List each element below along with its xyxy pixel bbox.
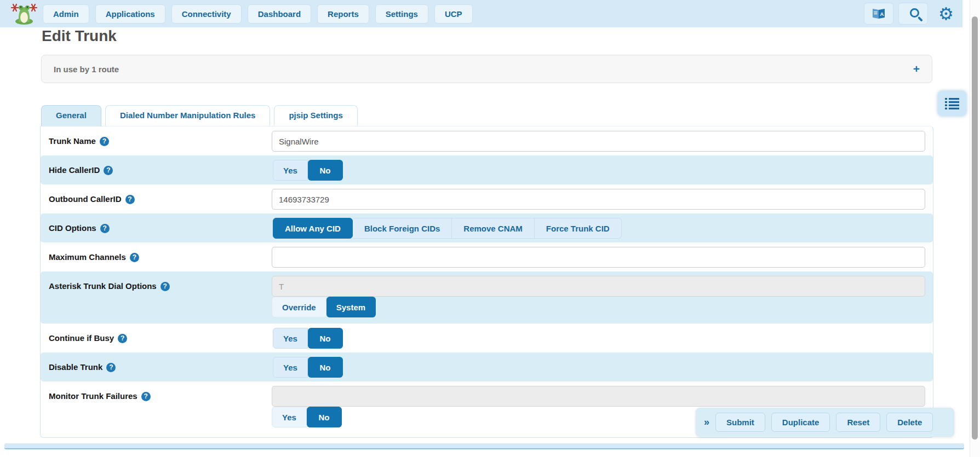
nav-ucp[interactable]: UCP	[434, 4, 473, 24]
page-title: Edit Trunk	[42, 27, 117, 45]
cid-block-foreign[interactable]: Block Foreign CIDs	[353, 218, 452, 239]
continue-if-busy-label: Continue if Busy	[49, 333, 114, 343]
monitor-failures-yes[interactable]: Yes	[272, 407, 307, 427]
help-icon[interactable]: ?	[106, 363, 116, 372]
hide-callerid-label: Hide CallerID	[49, 165, 100, 175]
nav-applications[interactable]: Applications	[95, 4, 165, 24]
cid-allow-any[interactable]: Allow Any CID	[273, 218, 353, 239]
help-icon[interactable]: ?	[100, 137, 109, 146]
list-icon	[945, 98, 959, 109]
nav-reports[interactable]: Reports	[317, 4, 369, 24]
language-button[interactable]: A	[864, 3, 893, 25]
nav-dashboard[interactable]: Dashboard	[248, 4, 311, 24]
row-cid-options: CID Options? Allow Any CID Block Foreign…	[41, 213, 933, 242]
outbound-callerid-input[interactable]	[272, 189, 925, 210]
trunk-name-label: Trunk Name	[49, 136, 96, 146]
row-outbound-callerid: Outbound CallerID?	[41, 184, 933, 213]
dial-options-system[interactable]: System	[326, 297, 376, 317]
continue-if-busy-no[interactable]: No	[308, 328, 343, 349]
gear-icon: ⚙	[938, 5, 954, 22]
continue-if-busy-toggle: Yes No	[273, 328, 343, 349]
main-menu: Admin Applications Connectivity Dashboar…	[43, 4, 473, 24]
row-continue-if-busy: Continue if Busy? Yes No	[41, 323, 933, 352]
form-action-bar: » Submit Duplicate Reset Delete	[696, 408, 954, 437]
cid-options-group: Allow Any CID Block Foreign CIDs Remove …	[273, 218, 622, 239]
disable-trunk-label: Disable Trunk	[49, 362, 102, 372]
search-button[interactable]	[898, 3, 928, 25]
tab-bar: General Dialed Number Manipulation Rules…	[41, 105, 358, 126]
reset-button[interactable]: Reset	[836, 413, 880, 432]
footer-divider	[4, 443, 964, 449]
nav-settings[interactable]: Settings	[375, 4, 428, 24]
search-icon	[910, 8, 919, 18]
in-use-panel[interactable]: In use by 1 route +	[41, 55, 932, 83]
disable-trunk-toggle: Yes No	[273, 357, 343, 378]
maximum-channels-input[interactable]	[272, 247, 925, 268]
hide-callerid-toggle: Yes No	[273, 160, 343, 181]
dial-options-mode-toggle: Override System	[272, 297, 376, 317]
row-disable-trunk: Disable Trunk? Yes No	[41, 352, 933, 381]
duplicate-button[interactable]: Duplicate	[771, 413, 830, 432]
collapse-toolbar-icon[interactable]: »	[704, 416, 709, 428]
row-hide-callerid: Hide CallerID? Yes No	[41, 155, 933, 184]
navbar-right-tools: A ⚙	[864, 3, 959, 25]
help-icon[interactable]: ?	[100, 224, 110, 233]
help-icon[interactable]: ?	[161, 282, 170, 291]
tab-general[interactable]: General	[41, 105, 101, 126]
tab-pjsip-settings[interactable]: pjsip Settings	[274, 105, 357, 126]
trunk-name-input[interactable]	[272, 131, 925, 152]
guided-nav-button[interactable]	[938, 91, 966, 116]
scrollbar-thumb[interactable]	[972, 16, 978, 439]
nav-connectivity[interactable]: Connectivity	[171, 4, 242, 24]
language-icon: A	[871, 7, 886, 20]
outbound-callerid-label: Outbound CallerID	[49, 194, 122, 204]
freepbx-logo[interactable]	[11, 2, 37, 25]
help-icon[interactable]: ?	[104, 166, 113, 175]
svg-text:A: A	[880, 11, 884, 17]
asterisk-dial-options-input	[272, 276, 925, 297]
help-icon[interactable]: ?	[118, 334, 127, 343]
tab-dialed-number-manipulation-rules[interactable]: Dialed Number Manipulation Rules	[105, 105, 271, 126]
row-trunk-name: Trunk Name?	[41, 126, 933, 155]
settings-gear-button[interactable]: ⚙	[933, 3, 959, 25]
monitor-failures-no[interactable]: No	[307, 407, 342, 427]
cid-options-label: CID Options	[49, 223, 96, 233]
scrollbar-track[interactable]	[970, 0, 980, 457]
hide-callerid-yes[interactable]: Yes	[273, 160, 308, 181]
monitor-trunk-failures-label: Monitor Trunk Failures	[49, 391, 137, 401]
continue-if-busy-yes[interactable]: Yes	[273, 328, 308, 349]
top-navbar: Admin Applications Connectivity Dashboar…	[0, 0, 962, 27]
disable-trunk-yes[interactable]: Yes	[273, 357, 308, 378]
row-asterisk-dial-options: Asterisk Trunk Dial Options? Override Sy…	[41, 271, 933, 323]
help-icon[interactable]: ?	[130, 253, 139, 262]
delete-button[interactable]: Delete	[886, 413, 933, 432]
submit-button[interactable]: Submit	[715, 413, 765, 432]
monitor-trunk-failures-toggle: Yes No	[272, 407, 342, 427]
cid-force-trunk[interactable]: Force Trunk CID	[535, 218, 622, 239]
disable-trunk-no[interactable]: No	[308, 357, 343, 378]
help-icon[interactable]: ?	[125, 195, 135, 204]
in-use-text: In use by 1 route	[54, 65, 119, 74]
general-tab-panel: Trunk Name? Hide CallerID? Yes No Outbou…	[40, 126, 933, 438]
expand-plus-icon[interactable]: +	[913, 62, 920, 76]
cid-remove-cnam[interactable]: Remove CNAM	[452, 218, 535, 239]
row-maximum-channels: Maximum Channels?	[41, 242, 933, 271]
help-icon[interactable]: ?	[141, 392, 151, 401]
asterisk-dial-options-label: Asterisk Trunk Dial Options	[49, 281, 157, 291]
nav-admin[interactable]: Admin	[43, 4, 89, 24]
hide-callerid-no[interactable]: No	[308, 160, 343, 181]
maximum-channels-label: Maximum Channels	[49, 252, 126, 262]
monitor-trunk-failures-input	[272, 386, 925, 407]
dial-options-override[interactable]: Override	[272, 297, 326, 317]
